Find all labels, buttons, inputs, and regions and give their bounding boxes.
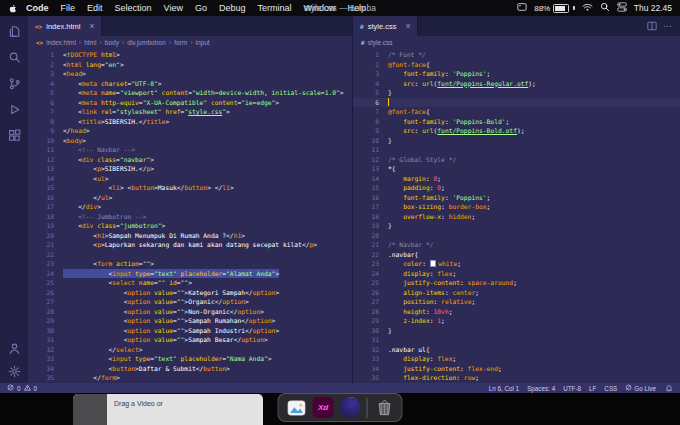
code-line[interactable]: 26 <option value="">Kategori Sampah</opt… — [28, 288, 352, 298]
dock-app-adobe-xd[interactable]: Xd — [313, 397, 334, 418]
code-line[interactable]: 19 <div class="jumbotron"> — [28, 221, 352, 231]
code-line[interactable]: 35 flex-direction: row; — [353, 373, 680, 383]
breadcrumb-item[interactable]: body — [105, 39, 119, 46]
status-css[interactable]: CSS — [604, 385, 617, 392]
code-line[interactable]: 8 font-family: 'Poppins-Bold'; — [353, 117, 680, 127]
code-line[interactable]: 27 position: relative; — [353, 297, 680, 307]
code-line[interactable]: 16 </ul> — [28, 193, 352, 203]
status-lf[interactable]: LF — [589, 385, 596, 392]
code-line[interactable]: 6 <meta http-equiv="X-UA-Compatible" con… — [28, 98, 352, 108]
code-line[interactable]: 34 justify-content: flex-end; — [353, 364, 680, 374]
code-line[interactable]: 18 <!-- Jumbotron --> — [28, 212, 352, 222]
code-line[interactable]: 2@font-face{ — [353, 60, 680, 70]
menu-item-debug[interactable]: Debug — [213, 3, 252, 13]
status-spaces-4[interactable]: Spaces: 4 — [527, 385, 555, 392]
code-editor-style-css[interactable]: 1/* Font */2@font-face{3 font-family: 'P… — [353, 48, 680, 383]
code-line[interactable]: 17 </div> — [28, 202, 352, 212]
spotlight-search-icon[interactable] — [600, 2, 610, 14]
menubar-extra-icon[interactable] — [517, 2, 527, 14]
status-go-live[interactable]: Go Live — [625, 384, 656, 392]
code-line[interactable]: 26 align-items: center; — [353, 288, 680, 298]
code-line[interactable]: 22 — [28, 250, 352, 260]
code-line[interactable]: 6 — [353, 98, 680, 108]
code-line[interactable]: 5} — [353, 88, 680, 98]
code-line[interactable]: 12/* Global Style */ — [353, 155, 680, 165]
problems-indicator[interactable]: 0 0 — [7, 384, 37, 392]
menu-clock[interactable]: Thu 22.45 — [634, 3, 672, 13]
code-line[interactable]: 1/* Font */ — [353, 50, 680, 60]
code-line[interactable]: 15 <li> <button>Masuk</button> </li> — [28, 183, 352, 193]
status-ln-6-col-1[interactable]: Ln 6, Col 1 — [489, 385, 519, 392]
run-and-debug-icon[interactable] — [8, 102, 21, 115]
code-line[interactable]: 24 <input type="text" placeholder="Alama… — [28, 269, 352, 279]
menu-item-code[interactable]: Code — [20, 3, 55, 13]
breadcrumb-item[interactable]: div.jumbotron — [127, 39, 166, 46]
code-line[interactable]: 35 </form> — [28, 373, 352, 383]
code-line[interactable]: 32.navbar ul{ — [353, 345, 680, 355]
breadcrumb-item[interactable]: html — [84, 39, 96, 46]
menu-item-terminal[interactable]: Terminal — [251, 3, 297, 13]
code-line[interactable]: 28 <option value="">Non-Organic</option> — [28, 307, 352, 317]
code-line[interactable]: 30 <option value="">Sampah Industri</opt… — [28, 326, 352, 336]
code-line[interactable]: 10<body> — [28, 136, 352, 146]
code-line[interactable]: 33 <input type="text" placeholder="Nama … — [28, 354, 352, 364]
background-app-window[interactable]: Drag a Video or — [73, 394, 263, 425]
code-line[interactable]: 4 src: url(font/Poppins-Regular.otf); — [353, 79, 680, 89]
menu-item-file[interactable]: File — [55, 3, 82, 13]
battery-status[interactable]: 88% — [534, 4, 575, 13]
search-icon[interactable] — [8, 50, 21, 63]
code-line[interactable]: 21 <p>Laporkan sekarang dan kami akan da… — [28, 240, 352, 250]
code-line[interactable]: 9</head> — [28, 126, 352, 136]
code-line[interactable]: 5 <meta name="viewport" content="width=d… — [28, 88, 352, 98]
tab-index-html[interactable]: <> index.html × — [28, 16, 102, 36]
code-line[interactable]: 16 font-family: 'Poppins'; — [353, 193, 680, 203]
control-center-icon[interactable] — [617, 2, 627, 14]
source-control-icon[interactable] — [8, 76, 21, 89]
code-line[interactable]: 11 — [353, 145, 680, 155]
code-line[interactable]: 29 <option value="">Sampah Rumahan</opti… — [28, 316, 352, 326]
dock-app-preview[interactable] — [286, 397, 307, 418]
menu-item-edit[interactable]: Edit — [81, 3, 109, 13]
breadcrumb-item[interactable]: form — [174, 39, 187, 46]
code-line[interactable]: 8 <title>SIBERSIH.</title> — [28, 117, 352, 127]
code-line[interactable]: 13 <p>SIBERSIH.</p> — [28, 164, 352, 174]
code-line[interactable]: 4 <meta charset="UTF-8"> — [28, 79, 352, 89]
explorer-icon[interactable] — [8, 24, 21, 37]
code-line[interactable]: 20 <h1>Sampah Menumpuk Di Rumah Anda ?</… — [28, 231, 352, 241]
code-line[interactable]: 27 <option value="">Organic</option> — [28, 297, 352, 307]
close-tab-icon[interactable]: × — [89, 22, 94, 31]
code-line[interactable]: 12 <div class="navbar"> — [28, 155, 352, 165]
code-line[interactable]: 7 <link rel="stylesheet" href="style.css… — [28, 107, 352, 117]
code-line[interactable]: 22.navbar{ — [353, 250, 680, 260]
code-line[interactable]: 34 <button>Daftar & Submit</button> — [28, 364, 352, 374]
code-line[interactable]: 25 <select name="" id=""> — [28, 278, 352, 288]
code-line[interactable]: 21/* Navbar */ — [353, 240, 680, 250]
code-line[interactable]: 3 font-family: 'Poppins'; — [353, 69, 680, 79]
code-line[interactable]: 31 — [353, 335, 680, 345]
split-editor-icon[interactable] — [647, 17, 657, 35]
code-line[interactable]: 14 <ul> — [28, 174, 352, 184]
code-line[interactable]: 9 src: url(font/Poppins-Bold.otf); — [353, 126, 680, 136]
notifications-bell-icon[interactable] — [665, 384, 673, 393]
code-line[interactable]: 7@font-face{ — [353, 107, 680, 117]
code-line[interactable]: 32 </select> — [28, 345, 352, 355]
apple-menu-icon[interactable] — [8, 3, 18, 14]
status-utf-8[interactable]: UTF-8 — [563, 385, 581, 392]
code-line[interactable]: 2<html lang="en"> — [28, 60, 352, 70]
dock-app-firefox[interactable] — [340, 397, 361, 418]
code-line[interactable]: 29 z-index: 1; — [353, 316, 680, 326]
code-line[interactable]: 30} — [353, 326, 680, 336]
code-line[interactable]: 33 display: flex; — [353, 354, 680, 364]
code-line[interactable]: 3<head> — [28, 69, 352, 79]
breadcrumb-item[interactable]: style.css — [368, 39, 393, 46]
manage-icon[interactable] — [8, 364, 21, 377]
wifi-icon[interactable] — [582, 3, 593, 14]
more-actions-icon[interactable]: ⋯ — [663, 22, 673, 31]
menu-item-view[interactable]: View — [158, 3, 189, 13]
code-line[interactable]: 19} — [353, 221, 680, 231]
dock-app-trash[interactable] — [374, 397, 395, 418]
code-editor-index-html[interactable]: 1<!DOCTYPE html>2<html lang="en">3<head>… — [28, 48, 352, 383]
code-line[interactable]: 20 — [353, 231, 680, 241]
code-line[interactable]: 14 margin: 0; — [353, 174, 680, 184]
code-line[interactable]: 1<!DOCTYPE html> — [28, 50, 352, 60]
